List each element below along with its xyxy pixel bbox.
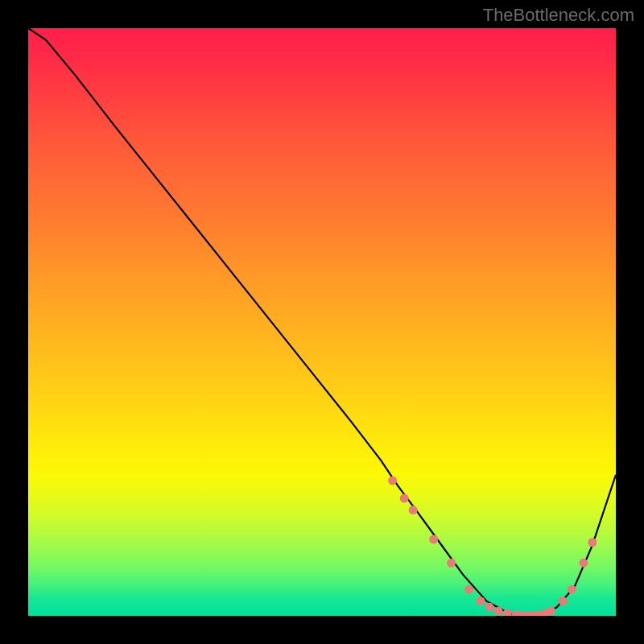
data-marker: [494, 607, 503, 616]
chart-svg: [28, 28, 616, 616]
data-marker: [429, 535, 438, 544]
plot-area: [28, 28, 616, 616]
watermark-text: TheBottleneck.com: [483, 5, 634, 26]
data-marker: [477, 597, 485, 605]
data-marker: [447, 559, 456, 568]
data-marker: [547, 607, 555, 616]
data-marker: [409, 506, 418, 514]
data-marker: [485, 603, 494, 612]
data-marker: [568, 585, 576, 594]
data-marker: [588, 538, 597, 547]
data-marker: [464, 585, 473, 594]
data-marker: [579, 559, 588, 568]
curve-group: [28, 28, 616, 616]
bottleneck-curve: [28, 28, 616, 616]
data-marker: [559, 597, 568, 605]
marker-group: [388, 477, 597, 616]
data-marker: [400, 494, 409, 503]
data-marker: [388, 477, 397, 485]
